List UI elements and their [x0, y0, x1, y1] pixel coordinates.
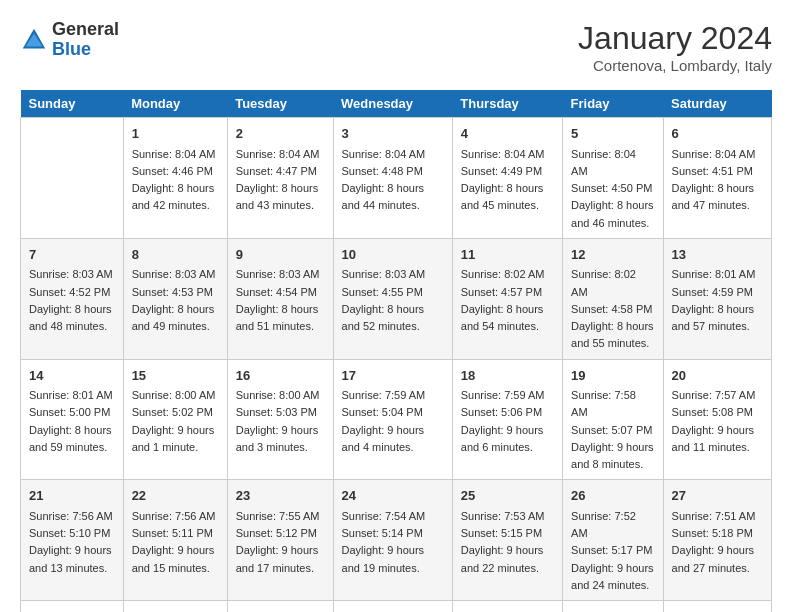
sunrise-info: Sunrise: 8:02 AMSunset: 4:57 PMDaylight:…: [461, 268, 545, 332]
calendar-cell: 7Sunrise: 8:03 AMSunset: 4:52 PMDaylight…: [21, 238, 124, 359]
sunrise-info: Sunrise: 7:52 AMSunset: 5:17 PMDaylight:…: [571, 510, 654, 591]
calendar-cell: 3Sunrise: 8:04 AMSunset: 4:48 PMDaylight…: [333, 118, 452, 239]
calendar-cell: 1Sunrise: 8:04 AMSunset: 4:46 PMDaylight…: [123, 118, 227, 239]
day-number: 18: [461, 366, 554, 386]
title-area: January 2024 Cortenova, Lombardy, Italy: [578, 20, 772, 74]
calendar-cell: 2Sunrise: 8:04 AMSunset: 4:47 PMDaylight…: [227, 118, 333, 239]
calendar-table: Sunday Monday Tuesday Wednesday Thursday…: [20, 90, 772, 612]
sunrise-info: Sunrise: 7:56 AMSunset: 5:11 PMDaylight:…: [132, 510, 216, 574]
calendar-cell: [563, 601, 664, 613]
calendar-cell: 11Sunrise: 8:02 AMSunset: 4:57 PMDayligh…: [452, 238, 562, 359]
calendar-cell: 18Sunrise: 7:59 AMSunset: 5:06 PMDayligh…: [452, 359, 562, 480]
calendar-cell: 23Sunrise: 7:55 AMSunset: 5:12 PMDayligh…: [227, 480, 333, 601]
calendar-cell: 21Sunrise: 7:56 AMSunset: 5:10 PMDayligh…: [21, 480, 124, 601]
day-number: 22: [132, 486, 219, 506]
calendar-cell: 24Sunrise: 7:54 AMSunset: 5:14 PMDayligh…: [333, 480, 452, 601]
calendar-cell: 22Sunrise: 7:56 AMSunset: 5:11 PMDayligh…: [123, 480, 227, 601]
calendar-cell: 17Sunrise: 7:59 AMSunset: 5:04 PMDayligh…: [333, 359, 452, 480]
sunrise-info: Sunrise: 8:02 AMSunset: 4:58 PMDaylight:…: [571, 268, 654, 349]
sunrise-info: Sunrise: 7:51 AMSunset: 5:18 PMDaylight:…: [672, 510, 756, 574]
calendar-cell: 6Sunrise: 8:04 AMSunset: 4:51 PMDaylight…: [663, 118, 771, 239]
day-number: 6: [672, 124, 763, 144]
sunrise-info: Sunrise: 7:58 AMSunset: 5:07 PMDaylight:…: [571, 389, 654, 470]
day-number: 17: [342, 366, 444, 386]
sunrise-info: Sunrise: 8:04 AMSunset: 4:49 PMDaylight:…: [461, 148, 545, 212]
calendar-cell: 25Sunrise: 7:53 AMSunset: 5:15 PMDayligh…: [452, 480, 562, 601]
day-number: 11: [461, 245, 554, 265]
day-number: 15: [132, 366, 219, 386]
calendar-week-row: 28Sunrise: 7:50 AMSunset: 5:20 PMDayligh…: [21, 601, 772, 613]
sunrise-info: Sunrise: 8:03 AMSunset: 4:55 PMDaylight:…: [342, 268, 426, 332]
calendar-cell: 20Sunrise: 7:57 AMSunset: 5:08 PMDayligh…: [663, 359, 771, 480]
sunrise-info: Sunrise: 7:53 AMSunset: 5:15 PMDaylight:…: [461, 510, 545, 574]
day-number: 30: [236, 607, 325, 612]
sunrise-info: Sunrise: 8:04 AMSunset: 4:50 PMDaylight:…: [571, 148, 654, 229]
day-number: 4: [461, 124, 554, 144]
calendar-week-row: 21Sunrise: 7:56 AMSunset: 5:10 PMDayligh…: [21, 480, 772, 601]
header-saturday: Saturday: [663, 90, 771, 118]
sunrise-info: Sunrise: 8:04 AMSunset: 4:46 PMDaylight:…: [132, 148, 216, 212]
day-number: 9: [236, 245, 325, 265]
day-number: 3: [342, 124, 444, 144]
calendar-cell: [663, 601, 771, 613]
sunrise-info: Sunrise: 7:59 AMSunset: 5:04 PMDaylight:…: [342, 389, 426, 453]
logo-line1: General: [52, 19, 119, 39]
day-number: 12: [571, 245, 655, 265]
calendar-cell: 28Sunrise: 7:50 AMSunset: 5:20 PMDayligh…: [21, 601, 124, 613]
calendar-cell: 29Sunrise: 7:49 AMSunset: 5:21 PMDayligh…: [123, 601, 227, 613]
calendar-cell: 13Sunrise: 8:01 AMSunset: 4:59 PMDayligh…: [663, 238, 771, 359]
logo-line2: Blue: [52, 39, 91, 59]
calendar-week-row: 7Sunrise: 8:03 AMSunset: 4:52 PMDaylight…: [21, 238, 772, 359]
day-number: 13: [672, 245, 763, 265]
sunrise-info: Sunrise: 8:03 AMSunset: 4:53 PMDaylight:…: [132, 268, 216, 332]
header-friday: Friday: [563, 90, 664, 118]
day-number: 16: [236, 366, 325, 386]
calendar-cell: 31Sunrise: 7:47 AMSunset: 5:24 PMDayligh…: [333, 601, 452, 613]
day-number: 7: [29, 245, 115, 265]
day-number: 21: [29, 486, 115, 506]
day-number: 19: [571, 366, 655, 386]
sunrise-info: Sunrise: 8:01 AMSunset: 5:00 PMDaylight:…: [29, 389, 113, 453]
calendar-week-row: 14Sunrise: 8:01 AMSunset: 5:00 PMDayligh…: [21, 359, 772, 480]
day-number: 8: [132, 245, 219, 265]
day-number: 1: [132, 124, 219, 144]
sunrise-info: Sunrise: 7:54 AMSunset: 5:14 PMDaylight:…: [342, 510, 426, 574]
calendar-cell: 14Sunrise: 8:01 AMSunset: 5:00 PMDayligh…: [21, 359, 124, 480]
sunrise-info: Sunrise: 8:04 AMSunset: 4:51 PMDaylight:…: [672, 148, 756, 212]
calendar-cell: 4Sunrise: 8:04 AMSunset: 4:49 PMDaylight…: [452, 118, 562, 239]
calendar-cell: [21, 118, 124, 239]
day-number: 27: [672, 486, 763, 506]
calendar-cell: 19Sunrise: 7:58 AMSunset: 5:07 PMDayligh…: [563, 359, 664, 480]
calendar-cell: 26Sunrise: 7:52 AMSunset: 5:17 PMDayligh…: [563, 480, 664, 601]
day-number: 24: [342, 486, 444, 506]
calendar-cell: 8Sunrise: 8:03 AMSunset: 4:53 PMDaylight…: [123, 238, 227, 359]
calendar-cell: 9Sunrise: 8:03 AMSunset: 4:54 PMDaylight…: [227, 238, 333, 359]
day-number: 10: [342, 245, 444, 265]
sunrise-info: Sunrise: 8:03 AMSunset: 4:52 PMDaylight:…: [29, 268, 113, 332]
day-number: 5: [571, 124, 655, 144]
calendar-cell: 12Sunrise: 8:02 AMSunset: 4:58 PMDayligh…: [563, 238, 664, 359]
day-number: 25: [461, 486, 554, 506]
calendar-cell: 15Sunrise: 8:00 AMSunset: 5:02 PMDayligh…: [123, 359, 227, 480]
sunrise-info: Sunrise: 8:00 AMSunset: 5:02 PMDaylight:…: [132, 389, 216, 453]
sunrise-info: Sunrise: 8:04 AMSunset: 4:47 PMDaylight:…: [236, 148, 320, 212]
header-thursday: Thursday: [452, 90, 562, 118]
page-header: General Blue January 2024 Cortenova, Lom…: [20, 20, 772, 74]
day-number: 23: [236, 486, 325, 506]
day-number: 14: [29, 366, 115, 386]
calendar-cell: 30Sunrise: 7:48 AMSunset: 5:22 PMDayligh…: [227, 601, 333, 613]
day-number: 20: [672, 366, 763, 386]
sunrise-info: Sunrise: 7:56 AMSunset: 5:10 PMDaylight:…: [29, 510, 113, 574]
day-number: 29: [132, 607, 219, 612]
calendar-cell: 5Sunrise: 8:04 AMSunset: 4:50 PMDaylight…: [563, 118, 664, 239]
header-sunday: Sunday: [21, 90, 124, 118]
sunrise-info: Sunrise: 8:04 AMSunset: 4:48 PMDaylight:…: [342, 148, 426, 212]
logo-icon: [20, 26, 48, 54]
header-wednesday: Wednesday: [333, 90, 452, 118]
day-number: 26: [571, 486, 655, 506]
header-monday: Monday: [123, 90, 227, 118]
calendar-week-row: 1Sunrise: 8:04 AMSunset: 4:46 PMDaylight…: [21, 118, 772, 239]
day-number: 28: [29, 607, 115, 612]
calendar-cell: [452, 601, 562, 613]
header-row: Sunday Monday Tuesday Wednesday Thursday…: [21, 90, 772, 118]
